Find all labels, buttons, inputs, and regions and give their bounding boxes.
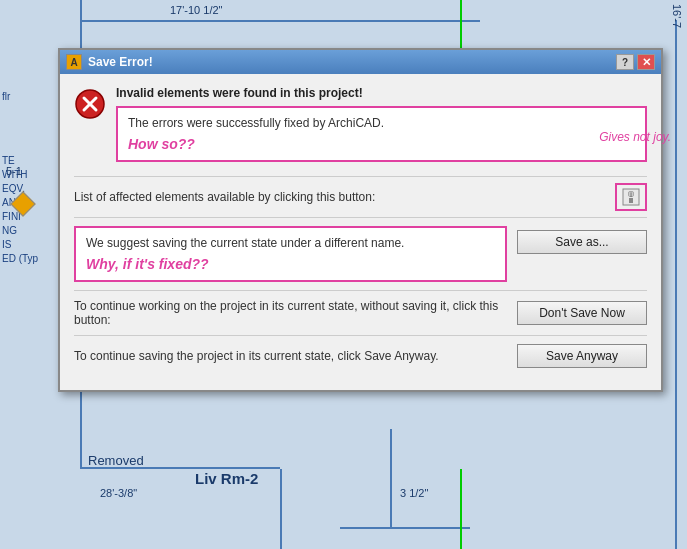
suggest-box: We suggest saving the current state unde… <box>74 226 507 282</box>
save-error-dialog: A Save Error! ? ✕ Invalid elements were … <box>58 48 663 392</box>
cad-dimension-1: 17'-10 1/2" <box>170 4 223 16</box>
cad-line-v <box>80 389 82 469</box>
suggest-text: We suggest saving the current state unde… <box>86 236 495 250</box>
dialog-header-content: Invalid elements were found in this proj… <box>116 86 647 166</box>
cad-dimension-3: 28'-3/8" <box>100 487 137 499</box>
close-button[interactable]: ✕ <box>637 54 655 70</box>
titlebar-buttons: ? ✕ <box>616 54 655 70</box>
cad-line <box>80 20 480 22</box>
affected-elements-button[interactable]: i <box>615 183 647 211</box>
help-button[interactable]: ? <box>616 54 634 70</box>
dialog-body: Invalid elements were found in this proj… <box>60 74 661 390</box>
why-annotation: Why, if it's fixed?? <box>86 256 495 272</box>
cad-removed-label: Removed <box>88 453 144 468</box>
cad-sidebar-text: flr TE WITH EQV. ANY FINI NG IS ED (Typ <box>2 90 38 266</box>
dont-save-button[interactable]: Don't Save Now <box>517 301 647 325</box>
dialog-header-row: Invalid elements were found in this proj… <box>74 86 647 166</box>
svg-rect-5 <box>629 198 633 203</box>
dialog-titlebar: A Save Error! ? ✕ <box>60 50 661 74</box>
save-anyway-button[interactable]: Save Anyway <box>517 344 647 368</box>
main-message: Invalid elements were found in this proj… <box>116 86 647 100</box>
affected-btn-area: i <box>615 183 647 211</box>
cad-line <box>675 20 677 549</box>
error-icon <box>74 88 106 120</box>
cad-line <box>80 0 82 50</box>
save-as-row: We suggest saving the current state unde… <box>74 217 647 290</box>
save-anyway-label: To continue saving the project in its cu… <box>74 349 517 363</box>
dont-save-row: To continue working on the project in it… <box>74 290 647 335</box>
cad-liv-rm-label: Liv Rm-2 <box>195 470 258 487</box>
cad-dimension-4: 3 1/2" <box>400 487 428 499</box>
save-as-button[interactable]: Save as... <box>517 230 647 254</box>
save-as-button-area: Save as... <box>517 226 647 254</box>
cad-line-h2 <box>340 527 470 529</box>
fixed-message-text: The errors were successfully fixed by Ar… <box>128 116 635 130</box>
dialog-title: Save Error! <box>88 55 153 69</box>
cad-line <box>460 0 462 50</box>
affected-elements-row: List of affected elements available by c… <box>74 176 647 217</box>
fixed-message-box: The errors were successfully fixed by Ar… <box>116 106 647 162</box>
cad-line-v2 <box>280 469 282 549</box>
how-so-annotation: How so?? <box>128 136 635 152</box>
cad-label-51: 5-1 <box>6 165 22 177</box>
dont-save-label: To continue working on the project in it… <box>74 299 517 327</box>
cad-line-h <box>80 467 280 469</box>
cad-line-green <box>460 469 462 549</box>
save-as-content: We suggest saving the current state unde… <box>74 226 507 282</box>
archicad-icon: A <box>66 54 82 70</box>
affected-label: List of affected elements available by c… <box>74 190 615 204</box>
save-anyway-row: To continue saving the project in its cu… <box>74 335 647 376</box>
cad-dimension-2: 16'-7 <box>671 4 683 28</box>
cad-line-v3 <box>390 429 392 529</box>
titlebar-left: A Save Error! <box>66 54 153 70</box>
